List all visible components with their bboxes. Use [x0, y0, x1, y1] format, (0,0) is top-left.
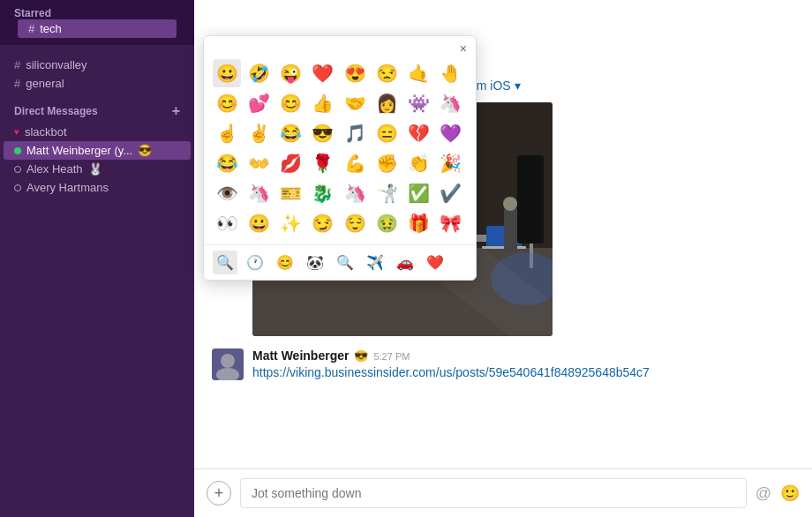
emoji-cell[interactable]: 😎: [309, 119, 337, 147]
emoji-cell[interactable]: ✅: [405, 179, 433, 207]
dm-name: Matt Weinberger (y...: [26, 144, 132, 157]
emoji-category-bar: 🔍 🕐 😊 🐼 🔍 ✈️ 🚗 ❤️: [204, 244, 476, 280]
channel-name: general: [26, 77, 64, 90]
emoji-cell[interactable]: ✨: [277, 209, 305, 237]
emoji-cell[interactable]: 😒: [372, 59, 401, 87]
sender-name: Matt Weinberger: [252, 348, 349, 363]
channel-name: tech: [40, 22, 62, 35]
emoji-cell[interactable]: 🐉: [309, 179, 337, 207]
hash-icon: #: [14, 58, 20, 71]
hash-icon: #: [14, 77, 20, 90]
message-input[interactable]: [240, 478, 747, 508]
dm-name: slackbot: [25, 125, 67, 139]
emoji-cell[interactable]: 😂: [277, 119, 305, 147]
dm-item-matt[interactable]: Matt Weinberger (y... 😎: [4, 141, 191, 160]
svg-rect-20: [504, 208, 517, 252]
sidebar-channel-general[interactable]: # general: [0, 74, 194, 93]
emoji-cell[interactable]: 🤙: [405, 59, 433, 87]
online-status-dot: [14, 147, 21, 154]
emoji-cell[interactable]: 🤝: [341, 89, 369, 117]
emoji-cell[interactable]: 🤺: [372, 179, 401, 207]
emoji-cell[interactable]: 😍: [341, 59, 369, 87]
emoji-cell[interactable]: 👏: [405, 149, 433, 177]
dm-item-alex[interactable]: Alex Heath 🐰: [0, 160, 194, 178]
emoji-cell[interactable]: 😊: [277, 89, 305, 117]
emoji-cell[interactable]: 👐: [244, 149, 273, 177]
add-attachment-button[interactable]: +: [207, 481, 231, 506]
emoji-cell[interactable]: 🎵: [341, 119, 369, 147]
emoji-cell[interactable]: 😑: [372, 119, 401, 147]
emoji-cell[interactable]: 👀: [213, 209, 241, 237]
emoji-cell[interactable]: ✊: [372, 149, 401, 177]
emoji-cell[interactable]: 😜: [277, 59, 305, 87]
emoji-cell[interactable]: 🎫: [277, 179, 305, 207]
main-content: × 😀 🤣 😜 ❤️ 😍 😒 🤙 🤚 😊 💕 😊 👍 🤝 👩 👾 🦄 ☝️ ✌️: [194, 0, 812, 517]
emoji-cell[interactable]: 🎀: [437, 209, 465, 237]
sidebar-channel-tech[interactable]: # tech: [18, 19, 177, 38]
emoji-cat-food[interactable]: 🔍: [333, 251, 357, 274]
emoji-cat-symbols[interactable]: ❤️: [423, 251, 447, 274]
emoji-cat-smileys[interactable]: 😊: [273, 251, 297, 274]
emoji-cell[interactable]: 🤚: [437, 59, 465, 87]
emoji-cell[interactable]: ☝️: [213, 119, 241, 147]
emoji-cat-activities[interactable]: 🚗: [393, 251, 417, 274]
emoji-cell[interactable]: 😀: [244, 209, 273, 237]
starred-label: Starred: [14, 7, 180, 19]
emoji-cell[interactable]: 👩: [372, 89, 401, 117]
emoji-cell[interactable]: 🎉: [437, 149, 465, 177]
emoji-cell[interactable]: 💕: [244, 89, 273, 117]
add-dm-button[interactable]: +: [172, 103, 180, 119]
emoji-cell[interactable]: 🦄: [244, 179, 273, 207]
dm-emoji: 🐰: [88, 162, 102, 176]
dm-item-slackbot[interactable]: ♥ slackbot: [0, 123, 194, 141]
emoji-cell[interactable]: ❤️: [309, 59, 337, 87]
timestamp: 5:27 PM: [373, 351, 410, 362]
at-mention-icon[interactable]: @: [756, 484, 771, 503]
emoji-cell[interactable]: 💔: [405, 119, 433, 147]
emoji-cell[interactable]: 🦄: [341, 179, 369, 207]
input-icons: @ 🙂: [756, 483, 800, 503]
emoji-cell[interactable]: 💜: [437, 119, 465, 147]
emoji-popup-header: ×: [204, 36, 476, 56]
emoji-cat-travel[interactable]: ✈️: [363, 251, 387, 274]
emoji-cell[interactable]: ✌️: [244, 119, 273, 147]
message-content: Matt Weinberger 😎 5:27 PM https://viking…: [252, 348, 794, 380]
emoji-cell[interactable]: 😏: [309, 209, 337, 237]
emoji-cell[interactable]: 🤢: [372, 209, 401, 237]
emoji-cell[interactable]: 🤣: [244, 59, 273, 87]
emoji-cell[interactable]: 👁️: [213, 179, 241, 207]
svg-rect-19: [517, 155, 544, 244]
emoji-cell[interactable]: ✔️: [437, 179, 465, 207]
emoji-cell[interactable]: 🎁: [405, 209, 433, 237]
emoji-close-button[interactable]: ×: [460, 41, 467, 56]
sender-emoji: 😎: [354, 349, 368, 363]
emoji-cell[interactable]: 😂: [213, 149, 241, 177]
sidebar-channel-siliconvalley[interactable]: # siliconvalley: [0, 56, 194, 74]
emoji-cell[interactable]: 😊: [213, 89, 241, 117]
dm-item-avery[interactable]: Avery Hartmans: [0, 178, 194, 197]
heart-icon: ♥: [14, 127, 19, 137]
dm-section-header: Direct Messages +: [0, 93, 194, 123]
emoji-cell[interactable]: 👍: [309, 89, 337, 117]
emoji-picker-icon[interactable]: 🙂: [780, 483, 800, 503]
dm-emoji: 😎: [138, 144, 152, 157]
emoji-cell[interactable]: 👾: [405, 89, 433, 117]
input-bar: + @ 🙂: [194, 468, 812, 517]
channel-name: siliconvalley: [26, 58, 86, 71]
emoji-cell[interactable]: 😌: [341, 209, 369, 237]
emoji-cell[interactable]: 🦄: [437, 89, 465, 117]
message-group: Matt Weinberger 😎 5:27 PM https://viking…: [212, 348, 794, 380]
emoji-cat-search[interactable]: 🔍: [213, 251, 237, 274]
emoji-cell[interactable]: 💋: [277, 149, 305, 177]
emoji-cat-animals[interactable]: 🐼: [303, 251, 327, 274]
emoji-cat-recent[interactable]: 🕐: [243, 251, 267, 274]
sidebar: Starred # tech # siliconvalley # general…: [0, 0, 194, 517]
dm-name: Avery Hartmans: [26, 181, 109, 194]
avatar: [212, 348, 244, 380]
emoji-cell[interactable]: 😀: [213, 59, 241, 87]
emoji-grid: 😀 🤣 😜 ❤️ 😍 😒 🤙 🤚 😊 💕 😊 👍 🤝 👩 👾 🦄 ☝️ ✌️ 😂…: [204, 56, 476, 244]
emoji-cell[interactable]: 💪: [341, 149, 369, 177]
emoji-cell[interactable]: 🌹: [309, 149, 337, 177]
offline-status-dot: [14, 184, 21, 191]
message-link[interactable]: https://viking.businessinsider.com/us/po…: [252, 365, 650, 379]
